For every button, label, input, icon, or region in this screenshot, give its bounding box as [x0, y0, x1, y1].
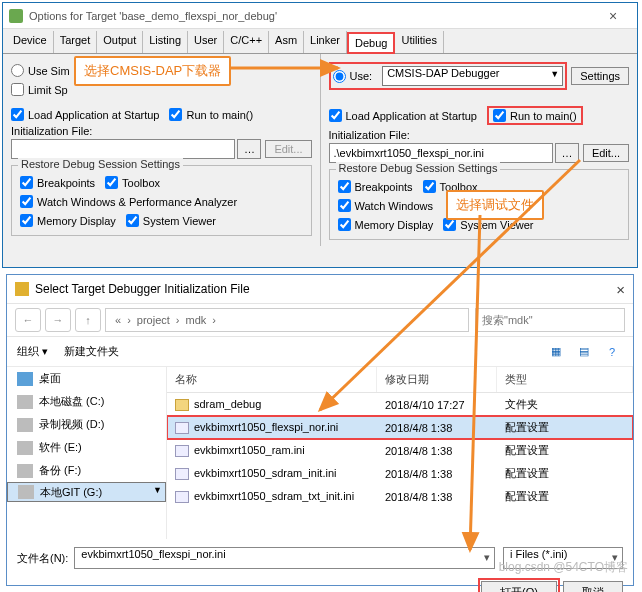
run-main-check-r[interactable]: Run to main()	[487, 106, 583, 125]
init-file-input-l[interactable]	[11, 139, 235, 159]
cancel-button[interactable]: 取消	[563, 581, 623, 592]
details-icon[interactable]: ▤	[573, 342, 595, 362]
load-app-check-r[interactable]: Load Application at Startup	[329, 109, 477, 122]
tab-asm[interactable]: Asm	[269, 31, 304, 53]
file-row-selected[interactable]: evkbimxrt1050_flexspi_nor.ini 2018/4/8 1…	[167, 416, 633, 439]
col-date[interactable]: 修改日期	[377, 367, 497, 392]
tab-linker[interactable]: Linker	[304, 31, 347, 53]
window-title: Options for Target 'base_demo_flexspi_no…	[29, 10, 595, 22]
restore-title-r: Restore Debug Session Settings	[336, 162, 501, 174]
nav-row: ← → ↑ «› project› mdk›	[7, 303, 633, 337]
init-file-input-r[interactable]	[329, 143, 553, 163]
edit-button-r[interactable]: Edit...	[583, 144, 629, 162]
browse-button-r[interactable]: …	[555, 143, 579, 163]
back-button[interactable]: ←	[15, 308, 41, 332]
browse-button-l[interactable]: …	[237, 139, 261, 159]
tab-bar: Device Target Output Listing User C/C++ …	[3, 29, 637, 54]
dialog-buttons: 打开(O) 取消	[7, 577, 633, 592]
file-row[interactable]: evkbimxrt1050_sdram_init.ini 2018/4/8 1:…	[167, 462, 633, 485]
file-dialog: Select Target Debugger Initialization Fi…	[6, 274, 634, 586]
filename-combo[interactable]: evkbimxrt1050_flexspi_nor.ini	[74, 547, 495, 569]
run-main-check-l[interactable]: Run to main()	[169, 108, 253, 121]
sidebar-item-e[interactable]: 软件 (E:)	[7, 436, 166, 459]
use-debugger-box: Use: CMSIS-DAP Debugger	[329, 62, 568, 90]
sidebar-item-c[interactable]: 本地磁盘 (C:)	[7, 390, 166, 413]
tab-device[interactable]: Device	[7, 31, 54, 53]
use-debugger-radio[interactable]: Use:	[333, 70, 373, 83]
options-window: Options for Target 'base_demo_flexspi_no…	[2, 2, 638, 268]
edit-button-l[interactable]: Edit...	[265, 140, 311, 158]
toolbar: 组织 ▾ 新建文件夹 ▦ ▤ ?	[7, 337, 633, 367]
tab-target[interactable]: Target	[54, 31, 98, 53]
dialog-body: 桌面 本地磁盘 (C:) 录制视频 (D:) 软件 (E:) 备份 (F:) 本…	[7, 367, 633, 539]
col-type[interactable]: 类型	[497, 367, 633, 392]
tab-utilities[interactable]: Utilities	[395, 31, 443, 53]
sv-check-l[interactable]: System Viewer	[126, 214, 216, 227]
col-name[interactable]: 名称	[167, 367, 377, 392]
dialog-close-icon[interactable]: ×	[585, 281, 625, 298]
use-simulator-radio[interactable]: Use Sim	[11, 64, 70, 77]
app-icon	[9, 9, 23, 23]
file-list: 名称 修改日期 类型 sdram_debug 2018/4/10 17:27文件…	[167, 367, 633, 539]
tab-ccpp[interactable]: C/C++	[224, 31, 269, 53]
annotation-1: 选择CMSIS-DAP下载器	[74, 56, 231, 86]
md-check-l[interactable]: Memory Display	[20, 214, 116, 227]
init-file-label-r: Initialization File:	[329, 129, 410, 141]
fwd-button[interactable]: →	[45, 308, 71, 332]
sidebar-item-g[interactable]: 本地GIT (G:)	[7, 482, 166, 502]
annotation-2: 选择调试文件	[446, 190, 544, 220]
search-input[interactable]	[475, 308, 625, 332]
new-folder-button[interactable]: 新建文件夹	[64, 344, 119, 359]
tab-user[interactable]: User	[188, 31, 224, 53]
limit-speed-check[interactable]: Limit Sp	[11, 83, 68, 96]
file-header: 名称 修改日期 类型	[167, 367, 633, 393]
organize-menu[interactable]: 组织 ▾	[17, 344, 48, 359]
tab-output[interactable]: Output	[97, 31, 143, 53]
debugger-select[interactable]: CMSIS-DAP Debugger	[382, 66, 563, 86]
dialog-titlebar: Select Target Debugger Initialization Fi…	[7, 275, 633, 303]
open-button[interactable]: 打开(O)	[481, 581, 557, 592]
tab-listing[interactable]: Listing	[143, 31, 188, 53]
restore-title-l: Restore Debug Session Settings	[18, 158, 183, 170]
bp-check-r[interactable]: Breakpoints	[338, 180, 413, 193]
file-row[interactable]: evkbimxrt1050_ram.ini 2018/4/8 1:38配置设置	[167, 439, 633, 462]
settings-button[interactable]: Settings	[571, 67, 629, 85]
bp-check-l[interactable]: Breakpoints	[20, 176, 95, 189]
watermark: blog.csdn @54CTO博客	[499, 559, 628, 576]
sidebar-item-desktop[interactable]: 桌面	[7, 367, 166, 390]
tb-check-l[interactable]: Toolbox	[105, 176, 160, 189]
sidebar: 桌面 本地磁盘 (C:) 录制视频 (D:) 软件 (E:) 备份 (F:) 本…	[7, 367, 167, 539]
file-row[interactable]: sdram_debug 2018/4/10 17:27文件夹	[167, 393, 633, 416]
sidebar-item-d[interactable]: 录制视频 (D:)	[7, 413, 166, 436]
help-icon[interactable]: ?	[601, 342, 623, 362]
tab-debug[interactable]: Debug	[347, 32, 395, 54]
ww-check-r[interactable]: Watch Windows	[338, 199, 433, 212]
up-button[interactable]: ↑	[75, 308, 101, 332]
titlebar: Options for Target 'base_demo_flexspi_no…	[3, 3, 637, 29]
filename-label: 文件名(N):	[17, 551, 68, 566]
init-file-label-l: Initialization File:	[11, 125, 92, 137]
breadcrumb[interactable]: «› project› mdk›	[105, 308, 469, 332]
restore-group-l: Restore Debug Session Settings Breakpoin…	[11, 165, 312, 236]
view-icon[interactable]: ▦	[545, 342, 567, 362]
md-check-r[interactable]: Memory Display	[338, 218, 434, 231]
file-row[interactable]: evkbimxrt1050_sdram_txt_init.ini 2018/4/…	[167, 485, 633, 508]
dialog-icon	[15, 282, 29, 296]
dialog-title: Select Target Debugger Initialization Fi…	[35, 282, 585, 296]
sidebar-item-f[interactable]: 备份 (F:)	[7, 459, 166, 482]
ww-check-l[interactable]: Watch Windows & Performance Analyzer	[20, 195, 237, 208]
load-app-check-l[interactable]: Load Application at Startup	[11, 108, 159, 121]
close-icon[interactable]: ×	[595, 8, 631, 24]
